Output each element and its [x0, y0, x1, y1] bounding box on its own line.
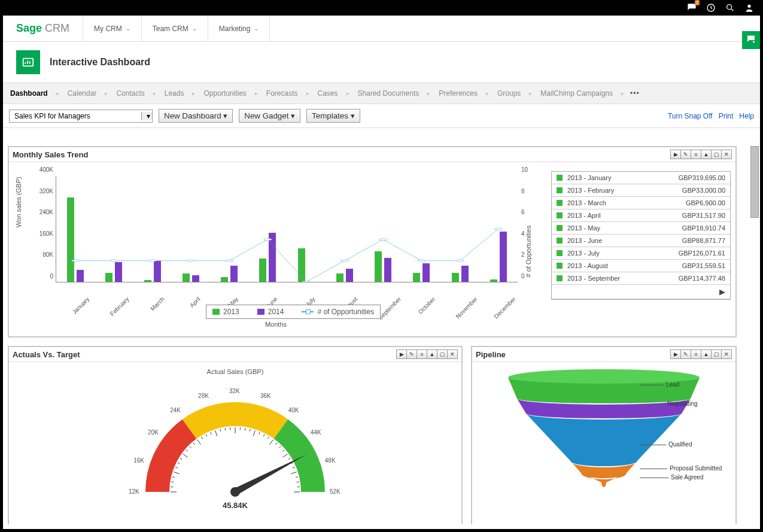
table-row: 2013 - AprilGBP31,517.90 [552, 209, 730, 222]
tab-calendar[interactable]: Calendar [65, 87, 99, 100]
svg-line-48 [282, 454, 287, 458]
svg-line-20 [174, 472, 180, 474]
tab-groups[interactable]: Groups [495, 87, 523, 100]
print-link[interactable]: Print [719, 112, 734, 120]
play-icon[interactable]: ▶ [670, 349, 681, 359]
svg-point-10 [302, 281, 311, 282]
dashboard-select[interactable]: Sales KPI for Managers ▾ [9, 110, 153, 123]
notification-badge: 7 [695, 0, 700, 5]
svg-point-2 [747, 5, 750, 8]
svg-point-1 [727, 5, 732, 10]
table-row: 2013 - AugustGBP31,559.51 [552, 260, 730, 272]
chevron-down-icon[interactable]: ▾ [141, 112, 152, 120]
menu-icon[interactable]: ≡ [691, 150, 701, 159]
menu-icon[interactable]: ≡ [417, 349, 427, 359]
turn-snap-off-link[interactable]: Turn Snap Off [668, 112, 713, 120]
edit-icon[interactable]: ✎ [680, 150, 691, 159]
svg-line-24 [183, 454, 188, 458]
tab-opportunities[interactable]: Opportunities [201, 87, 248, 100]
color-swatch [557, 275, 563, 281]
tab-cases[interactable]: Cases [315, 87, 341, 100]
svg-line-46 [279, 446, 281, 448]
tab-dashboard[interactable]: Dashboard [8, 87, 50, 100]
color-swatch [557, 263, 563, 269]
tab-mailchimp-campaigns[interactable]: MailChimp Campaigns [538, 87, 615, 100]
gauge-value: 45.84K [9, 501, 461, 510]
history-icon[interactable] [706, 2, 716, 13]
svg-line-38 [245, 428, 245, 430]
play-icon[interactable]: ▶ [396, 349, 407, 359]
gauge-chart: 12K16K20K24K28K32K36K40K44K48K52K [124, 381, 346, 501]
tab-contacts[interactable]: Contacts [114, 87, 147, 100]
svg-line-44 [270, 440, 273, 445]
maximize-icon[interactable]: ▢ [437, 349, 448, 359]
svg-point-7 [187, 260, 195, 262]
table-row: 2013 - JuneGBP88,871.77 [552, 235, 730, 247]
tab-shared-documents[interactable]: Shared Documents [355, 87, 422, 100]
templates-button[interactable]: Templates ▾ [306, 109, 360, 123]
svg-point-58 [230, 487, 240, 497]
svg-point-11 [341, 260, 349, 262]
svg-point-5 [110, 260, 118, 262]
svg-line-22 [178, 463, 180, 464]
table-row: 2013 - MayGBP18,910.74 [552, 222, 730, 235]
maximize-icon[interactable]: ▢ [711, 150, 722, 159]
gauge-title: Actual Sales (GBP) [9, 362, 461, 375]
scrollbar-thumb[interactable] [750, 146, 759, 218]
table-row: 2013 - SeptemberGBP114,377.48 [552, 272, 730, 285]
color-swatch [557, 238, 563, 244]
funnel-chart: LeadNegotiatingQualifiedProposal Submitt… [472, 366, 735, 503]
gadget-title: Pipeline [476, 350, 506, 359]
play-icon[interactable]: ▶ [670, 150, 681, 159]
svg-line-26 [190, 446, 191, 448]
color-swatch [557, 200, 563, 206]
menu-marketing[interactable]: Marketing⌄ [208, 16, 270, 41]
search-icon[interactable] [725, 2, 735, 13]
svg-line-39 [250, 429, 250, 431]
table-next-button[interactable]: ▶ [552, 285, 730, 299]
collapse-icon[interactable]: ▲ [701, 349, 712, 359]
tab-forecasts[interactable]: Forecasts [264, 87, 300, 100]
svg-line-18 [171, 482, 174, 482]
svg-line-47 [282, 450, 284, 452]
menu-team-crm[interactable]: Team CRM⌄ [142, 16, 208, 41]
new-dashboard-button[interactable]: New Dashboard ▾ [159, 109, 233, 123]
svg-line-21 [175, 467, 178, 469]
svg-line-53 [296, 477, 298, 478]
notification-icon[interactable]: 7 [686, 2, 697, 13]
tabs-more-icon[interactable]: ••• [630, 89, 640, 98]
quick-add-button[interactable] [742, 31, 760, 49]
svg-line-54 [297, 482, 299, 482]
svg-line-19 [172, 477, 175, 478]
maximize-icon[interactable]: ▢ [711, 349, 722, 359]
dashboard-icon [16, 50, 40, 74]
tab-preferences[interactable]: Preferences [436, 87, 480, 100]
funnel-label: Sale Agreed [640, 474, 704, 481]
svg-line-31 [211, 432, 212, 434]
help-link[interactable]: Help [739, 112, 754, 120]
gadget-title: Actuals Vs. Target [13, 350, 80, 359]
svg-line-40 [253, 430, 255, 436]
monthly-data-table: 2013 - JanuaryGBP319,695.002013 - Februa… [551, 171, 731, 300]
chevron-down-icon: ⌄ [126, 25, 130, 32]
svg-line-33 [220, 429, 221, 431]
close-icon[interactable]: ✕ [721, 150, 732, 159]
tab-leads[interactable]: Leads [162, 87, 187, 100]
menu-my-crm[interactable]: My CRM⌄ [83, 16, 142, 41]
user-icon[interactable] [744, 2, 755, 13]
menu-icon[interactable]: ≡ [691, 349, 701, 359]
close-icon[interactable]: ✕ [447, 349, 458, 359]
new-gadget-button[interactable]: New Gadget ▾ [239, 109, 300, 123]
edit-icon[interactable]: ✎ [680, 349, 691, 359]
svg-line-52 [291, 472, 297, 474]
svg-line-42 [263, 434, 265, 437]
color-swatch [557, 175, 563, 181]
svg-line-49 [288, 458, 290, 460]
collapse-icon[interactable]: ▲ [427, 349, 437, 359]
brand-logo: Sage CRM [3, 22, 83, 35]
collapse-icon[interactable]: ▲ [701, 150, 712, 159]
close-icon[interactable]: ✕ [721, 349, 732, 359]
svg-point-6 [148, 260, 157, 262]
svg-line-32 [215, 430, 217, 436]
edit-icon[interactable]: ✎ [406, 349, 417, 359]
